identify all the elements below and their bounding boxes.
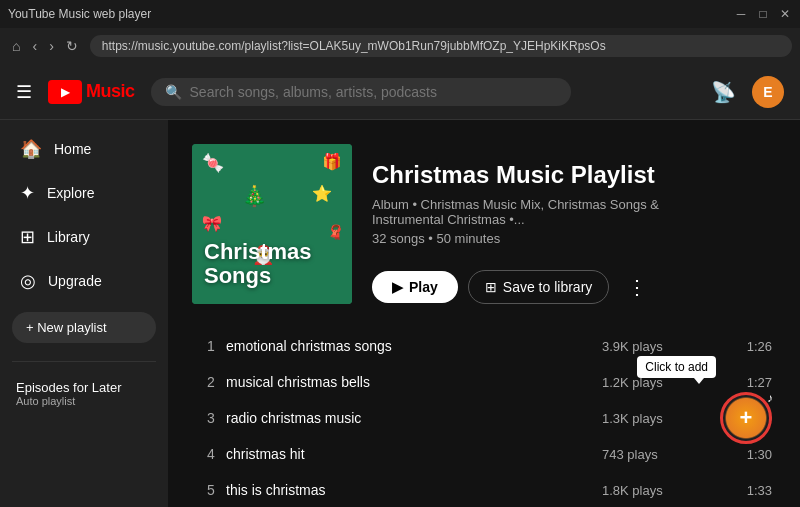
track-duration: 1:27 xyxy=(722,375,772,390)
cover-deco-5: 🎀 xyxy=(202,214,222,233)
minimize-button[interactable]: ─ xyxy=(734,7,748,21)
table-row[interactable]: 5 this is christmas 1.8K plays 1:33 xyxy=(192,472,776,507)
more-options-button[interactable]: ⋮ xyxy=(619,271,655,303)
track-duration: 1:33 xyxy=(722,483,772,498)
save-icon: ⊞ xyxy=(485,279,497,295)
cast-icon[interactable]: 📡 xyxy=(711,80,736,104)
sidebar-label-upgrade: Upgrade xyxy=(48,273,102,289)
menu-button[interactable]: ☰ xyxy=(16,81,32,103)
playlist-actions: ▶ Play ⊞ Save to library ⋮ xyxy=(372,270,712,304)
cover-deco-3: 🎄 xyxy=(242,184,267,208)
sidebar-label-explore: Explore xyxy=(47,185,94,201)
back-arrow[interactable]: ‹ xyxy=(28,36,41,56)
sidebar-label-library: Library xyxy=(47,229,90,245)
sidebar: 🏠 Home ✦ Explore ⊞ Library ◎ Upgrade + N… xyxy=(0,120,168,507)
window-controls: ─ □ ✕ xyxy=(734,7,792,21)
new-playlist-button[interactable]: + New playlist xyxy=(12,312,156,343)
table-row[interactable]: 4 christmas hit 743 plays 1:30 xyxy=(192,436,776,472)
track-duration: 1:30 xyxy=(722,447,772,462)
logo: Music xyxy=(48,80,135,104)
add-icon: + xyxy=(740,407,753,429)
track-number: 3 xyxy=(196,410,226,426)
top-nav-right: 📡 E xyxy=(711,76,784,108)
track-name: emotional christmas songs xyxy=(226,338,602,354)
add-track-button[interactable]: ♪ + xyxy=(720,392,772,444)
playlist-cover: 🍬 🎁 🎄 ⭐ 🎀 🧣 🎅 ChristmasSongs xyxy=(192,144,352,304)
explore-icon: ✦ xyxy=(20,182,35,204)
auto-playlist-title: Episodes for Later xyxy=(16,380,152,395)
youtube-logo-icon xyxy=(48,80,82,104)
cover-deco-2: 🎁 xyxy=(322,152,342,171)
track-plays: 3.9K plays xyxy=(602,339,722,354)
sidebar-item-explore[interactable]: ✦ Explore xyxy=(4,172,164,214)
track-number: 4 xyxy=(196,446,226,462)
playlist-subtitle: Album • Christmas Music Mix, Christmas S… xyxy=(372,197,712,227)
logo-text: Music xyxy=(86,81,135,102)
sidebar-divider xyxy=(12,361,156,362)
cover-deco-1: 🍬 xyxy=(202,152,224,174)
track-plays: 743 plays xyxy=(602,447,722,462)
back-button[interactable]: ⌂ xyxy=(8,36,24,56)
app: ☰ Music 🔍 📡 E 🏠 Home ✦ Explore ⊞ xyxy=(0,64,800,507)
top-nav: ☰ Music 🔍 📡 E xyxy=(0,64,800,120)
track-number: 1 xyxy=(196,338,226,354)
playlist-header: 🍬 🎁 🎄 ⭐ 🎀 🧣 🎅 ChristmasSongs Christmas M… xyxy=(192,144,776,304)
reload-button[interactable]: ↻ xyxy=(62,36,82,56)
auto-playlist[interactable]: Episodes for Later Auto playlist xyxy=(0,372,168,415)
track-name: christmas hit xyxy=(226,446,602,462)
track-number: 2 xyxy=(196,374,226,390)
playlist-info: Christmas Music Playlist Album • Christm… xyxy=(372,144,712,304)
save-to-library-button[interactable]: ⊞ Save to library xyxy=(468,270,609,304)
url-bar[interactable] xyxy=(90,35,792,57)
click-to-add-tooltip: Click to add xyxy=(637,356,716,378)
track-duration: 1:26 xyxy=(722,339,772,354)
sidebar-item-library[interactable]: ⊞ Library xyxy=(4,216,164,258)
play-icon: ▶ xyxy=(392,279,403,295)
close-button[interactable]: ✕ xyxy=(778,7,792,21)
cover-deco-6: 🧣 xyxy=(327,224,344,240)
track-name: this is christmas xyxy=(226,482,602,498)
home-icon: 🏠 xyxy=(20,138,42,160)
auto-playlist-subtitle: Auto playlist xyxy=(16,395,152,407)
search-icon: 🔍 xyxy=(165,84,182,100)
nav-buttons: ⌂ ‹ › ↻ xyxy=(8,36,82,56)
forward-arrow[interactable]: › xyxy=(45,36,58,56)
sidebar-item-home[interactable]: 🏠 Home xyxy=(4,128,164,170)
track-plays: 1.8K plays xyxy=(602,483,722,498)
music-note-icon: ♪ xyxy=(767,391,773,405)
upgrade-icon: ◎ xyxy=(20,270,36,292)
playlist-meta: 32 songs • 50 minutes xyxy=(372,231,712,246)
restore-button[interactable]: □ xyxy=(756,7,770,21)
track-plays: 1.3K plays xyxy=(602,411,722,426)
search-input[interactable] xyxy=(190,84,557,100)
playlist-title: Christmas Music Playlist xyxy=(372,161,712,189)
avatar[interactable]: E xyxy=(752,76,784,108)
content-area: 🍬 🎁 🎄 ⭐ 🎀 🧣 🎅 ChristmasSongs Christmas M… xyxy=(168,120,800,507)
cover-title: ChristmasSongs xyxy=(204,240,312,288)
cover-deco-4: ⭐ xyxy=(312,184,332,203)
sidebar-label-home: Home xyxy=(54,141,91,157)
play-label: Play xyxy=(409,279,438,295)
window-title: YouTube Music web player xyxy=(8,7,151,21)
track-list: 1 emotional christmas songs 3.9K plays 1… xyxy=(192,328,776,507)
address-bar: ⌂ ‹ › ↻ xyxy=(0,28,800,64)
track-number: 5 xyxy=(196,482,226,498)
main: 🏠 Home ✦ Explore ⊞ Library ◎ Upgrade + N… xyxy=(0,120,800,507)
play-button[interactable]: ▶ Play xyxy=(372,271,458,303)
track-name: radio christmas music xyxy=(226,410,602,426)
table-row[interactable]: 2 musical christmas bells 1.2K plays 1:2… xyxy=(192,364,776,400)
track-name: musical christmas bells xyxy=(226,374,602,390)
library-icon: ⊞ xyxy=(20,226,35,248)
save-label: Save to library xyxy=(503,279,592,295)
table-row[interactable]: 3 radio christmas music 1.3K plays 1:30 … xyxy=(192,400,776,436)
search-bar[interactable]: 🔍 xyxy=(151,78,571,106)
sidebar-item-upgrade[interactable]: ◎ Upgrade xyxy=(4,260,164,302)
title-bar: YouTube Music web player ─ □ ✕ xyxy=(0,0,800,28)
new-playlist-label: + New playlist xyxy=(26,320,107,335)
